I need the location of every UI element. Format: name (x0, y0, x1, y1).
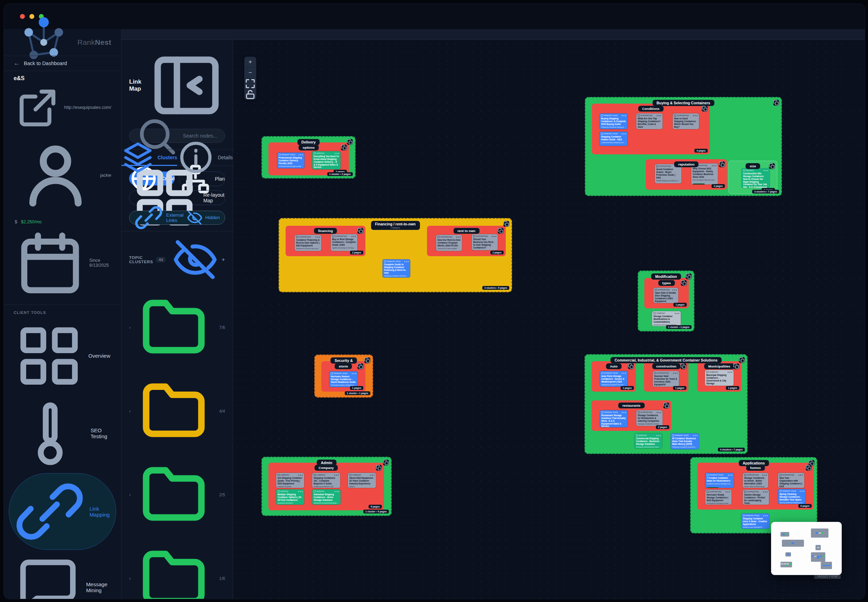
node-action-icon[interactable] (675, 373, 676, 374)
node-action-icon[interactable] (458, 236, 459, 238)
duplicate-cluster-button[interactable] (663, 402, 669, 408)
node-action-icon[interactable] (338, 153, 339, 154)
node-action-icon[interactable] (731, 372, 732, 373)
duplicate-cluster-button[interactable] (357, 363, 363, 369)
node-action-icon[interactable] (658, 115, 659, 116)
node-card[interactable]: PRIMARY PAGEShipping Container Grades Gu… (599, 132, 628, 146)
duplicate-cluster-button[interactable] (733, 363, 739, 369)
node-card[interactable]: COMPANYStorage Container Modifications &… (652, 311, 681, 326)
node-action-icon[interactable] (404, 261, 405, 262)
node-card[interactable]: SUPPORTINGOpen Side & Double Door Shippi… (653, 288, 678, 303)
node-action-icon[interactable] (660, 115, 661, 116)
node-action-icon[interactable] (696, 115, 697, 116)
cluster-financing-rent-to-own[interactable]: Financing / rent-to-ownCategoryfinancing… (279, 218, 512, 292)
node-action-icon[interactable] (727, 491, 728, 493)
duplicate-cluster-button[interactable] (347, 139, 353, 145)
node-action-icon[interactable] (338, 475, 339, 476)
node-action-icon[interactable] (334, 475, 335, 476)
cluster-delivery[interactable]: DeliveryoptionsPRIMARY PAGEProfessional … (261, 136, 356, 178)
node-action-icon[interactable] (657, 412, 658, 413)
node-action-icon[interactable] (730, 475, 731, 476)
cluster-title-chip[interactable]: types (658, 280, 675, 286)
lock-button[interactable] (244, 89, 256, 100)
node-action-icon[interactable] (728, 372, 729, 373)
node-action-icon[interactable] (802, 491, 802, 492)
node-action-icon[interactable] (408, 261, 409, 262)
node-action-icon[interactable] (298, 154, 300, 155)
node-action-icon[interactable] (658, 435, 659, 436)
duplicate-cluster-button[interactable] (357, 228, 363, 234)
node-action-icon[interactable] (767, 491, 768, 493)
node-card[interactable]: SUPPORTINGNew vs Used Shipping Container… (673, 114, 699, 129)
node-card[interactable]: PRIMARY PAGEBuying Shipping Containers: … (599, 114, 628, 129)
node-card[interactable]: SUPPORTINGHurricane Ready Storage Contai… (705, 490, 731, 505)
cluster-title-chip[interactable]: storm (335, 363, 352, 369)
node-action-icon[interactable] (623, 134, 624, 134)
node-action-icon[interactable] (353, 373, 355, 374)
link-map-canvas[interactable]: + − React Flow DeliveryoptionsPRIMARY PA… (233, 40, 865, 599)
node-action-icon[interactable] (495, 236, 496, 237)
duplicate-cluster-button[interactable] (769, 163, 775, 169)
node-action-icon[interactable] (625, 134, 626, 134)
back-to-dashboard-link[interactable]: ← Back to Dashboard (4, 56, 121, 71)
search-input[interactable] (182, 133, 220, 139)
cluster-title-chip[interactable]: financing (314, 228, 337, 234)
node-action-icon[interactable] (302, 154, 303, 155)
duplicate-cluster-button[interactable] (376, 465, 382, 471)
node-action-icon[interactable] (336, 475, 337, 476)
subcluster-types[interactable]: typesSUPPORTINGOpen Side & Double Door S… (644, 278, 689, 308)
node-action-icon[interactable] (656, 435, 657, 436)
node-action-icon[interactable] (355, 373, 356, 374)
node-action-icon[interactable] (764, 515, 764, 516)
node-action-icon[interactable] (728, 475, 729, 476)
node-action-icon[interactable] (696, 435, 697, 436)
node-action-icon[interactable] (798, 475, 799, 476)
duplicate-cluster-button[interactable] (681, 363, 686, 369)
sidebar-item-message-mining[interactable]: Message Mining (9, 551, 116, 599)
node-action-icon[interactable] (300, 154, 301, 155)
subcluster-conditions[interactable]: ConditionsPRIMARY PAGEBuying Shipping Co… (592, 104, 710, 154)
node-action-icon[interactable] (731, 475, 733, 476)
node-card[interactable]: PRIMARY PAGEHurricane Season Storage Con… (329, 372, 358, 387)
node-card[interactable]: SERVICEIndividual Shipping Containers - … (312, 489, 341, 505)
node-action-icon[interactable] (355, 236, 356, 237)
node-card[interactable]: PRIMARY PAGEAuto Parts Storage Container… (600, 371, 628, 387)
node-action-icon[interactable] (800, 491, 801, 492)
subcluster-restaurants[interactable]: restaurantsPRIMARY PAGERestaurant Storag… (591, 401, 671, 431)
node-card[interactable]: PRIMARY PAGERestaurant Storage Solutions… (600, 410, 628, 427)
cluster-admin[interactable]: AdminCompanyCOMPANYGet Shipping Containe… (261, 457, 392, 516)
add-cluster-button[interactable]: + (221, 256, 225, 263)
node-action-icon[interactable] (300, 491, 301, 492)
node-card[interactable]: SUPPORTINGStorage Containers vs Sheds - … (743, 473, 768, 488)
cluster-buying-selecting-containers[interactable]: Buying & Selecting ContainersConditionsP… (585, 97, 782, 196)
node-action-icon[interactable] (714, 165, 715, 166)
node-action-icon[interactable] (372, 475, 373, 476)
node-card[interactable]: SERVICEEverything You Need To Know About… (312, 151, 341, 169)
node-action-icon[interactable] (298, 475, 299, 476)
node-action-icon[interactable] (622, 134, 623, 134)
subcluster-rent-to-own[interactable]: rent to ownSUPPORTINGHow Our Rent-to-Own… (427, 226, 506, 256)
node-card[interactable]: SUPPORTINGContainer Financing & Rent-to-… (295, 235, 321, 251)
duplicate-cluster-button[interactable] (341, 144, 347, 150)
duplicate-cluster-button[interactable] (503, 221, 509, 227)
node-action-icon[interactable] (712, 165, 713, 166)
node-action-icon[interactable] (302, 475, 303, 476)
node-action-icon[interactable] (695, 115, 696, 116)
subcluster-financing[interactable]: financingSUPPORTINGContainer Financing &… (286, 226, 366, 256)
node-action-icon[interactable] (456, 236, 457, 238)
node-action-icon[interactable] (693, 115, 694, 116)
cluster-title-chip[interactable]: Security & (330, 357, 357, 364)
node-action-icon[interactable] (300, 475, 301, 476)
node-action-icon[interactable] (625, 373, 626, 374)
cluster-title-chip[interactable]: reputation (674, 161, 699, 167)
node-card[interactable]: COMPANYShipping Containers 101 - Complet… (312, 473, 340, 488)
node-action-icon[interactable] (766, 475, 767, 476)
node-action-icon[interactable] (729, 491, 730, 493)
node-action-icon[interactable] (767, 170, 768, 171)
node-action-icon[interactable] (658, 412, 659, 413)
node-card[interactable]: SUPPORTINGBuy or Rent Storage Containers… (331, 234, 357, 251)
duplicate-cluster-button[interactable] (773, 100, 779, 106)
duplicate-cluster-button[interactable] (702, 106, 708, 112)
cluster-title-chip[interactable]: Municipalities (704, 363, 734, 369)
node-action-icon[interactable] (764, 475, 765, 476)
